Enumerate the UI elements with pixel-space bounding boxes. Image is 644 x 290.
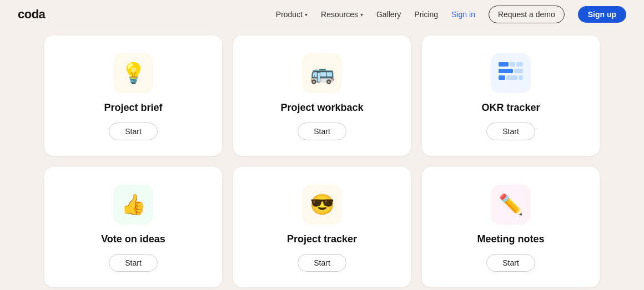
- nav-resources[interactable]: Resources ▾: [321, 10, 363, 19]
- svg-rect-5: [499, 75, 505, 80]
- card-emoji: 💡: [121, 63, 146, 83]
- card-emoji: ✏️: [499, 195, 524, 215]
- card-start-button[interactable]: Start: [298, 254, 346, 272]
- nav-gallery[interactable]: Gallery: [376, 10, 401, 19]
- svg-rect-1: [510, 62, 515, 67]
- card-emoji: 😎: [310, 195, 335, 215]
- card-title: Project workback: [280, 102, 363, 114]
- svg-rect-3: [499, 69, 513, 73]
- card-project-workback: 🚌 Project workback Start: [233, 35, 411, 156]
- svg-rect-0: [499, 62, 509, 67]
- svg-rect-6: [506, 75, 517, 80]
- card-start-button[interactable]: Start: [109, 254, 158, 272]
- card-okr-tracker: OKR tracker Start: [422, 35, 600, 156]
- card-title: OKR tracker: [481, 102, 540, 114]
- signup-button[interactable]: Sign up: [578, 6, 626, 23]
- nav-product[interactable]: Product ▾: [276, 10, 308, 19]
- card-start-button[interactable]: Start: [486, 123, 535, 140]
- card-title: Vote on ideas: [101, 233, 165, 245]
- card-start-button[interactable]: Start: [486, 254, 535, 272]
- main-nav: coda Product ▾ Resources ▾ Gallery Prici…: [0, 0, 644, 29]
- card-meeting-notes: ✏️ Meeting notes Start: [422, 167, 600, 287]
- card-icon-wrapper: 🚌: [302, 53, 342, 93]
- card-title: Project tracker: [287, 233, 357, 245]
- card-start-button[interactable]: Start: [109, 123, 158, 140]
- request-demo-button[interactable]: Request a demo: [489, 6, 565, 23]
- card-start-button[interactable]: Start: [298, 123, 346, 140]
- svg-rect-2: [516, 62, 523, 67]
- product-chevron-icon: ▾: [305, 12, 308, 18]
- card-title: Project brief: [104, 102, 162, 114]
- card-icon-wrapper: 👍: [113, 185, 153, 225]
- logo[interactable]: coda: [18, 7, 45, 22]
- card-title: Meeting notes: [477, 233, 544, 245]
- card-icon-wrapper: ✏️: [491, 185, 531, 225]
- card-icon-wrapper: [491, 53, 531, 93]
- nav-pricing[interactable]: Pricing: [414, 10, 438, 19]
- card-project-tracker: 😎 Project tracker Start: [233, 167, 411, 287]
- card-vote-on-ideas: 👍 Vote on ideas Start: [44, 167, 222, 287]
- cards-grid: 💡 Project brief Start 🚌 Project workback…: [0, 29, 644, 290]
- card-icon-wrapper: 💡: [113, 53, 153, 93]
- nav-signin[interactable]: Sign in: [451, 10, 475, 19]
- resources-chevron-icon: ▾: [360, 12, 363, 18]
- nav-links: Product ▾ Resources ▾ Gallery Pricing Si…: [276, 6, 626, 23]
- card-icon-wrapper: 😎: [302, 185, 342, 225]
- card-emoji: 👍: [121, 195, 146, 215]
- card-project-brief: 💡 Project brief Start: [44, 35, 222, 156]
- card-emoji: 🚌: [310, 63, 335, 83]
- svg-rect-4: [514, 69, 523, 73]
- svg-rect-7: [519, 75, 523, 80]
